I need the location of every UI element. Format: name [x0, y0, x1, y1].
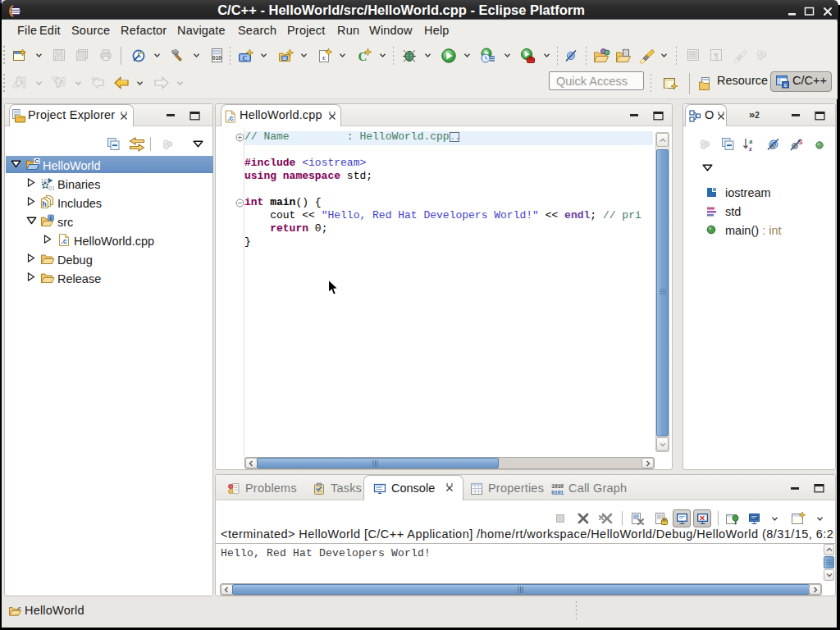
svg-text:.c: .c	[227, 114, 234, 122]
svg-text:c: c	[284, 55, 286, 61]
svg-text:010: 010	[212, 55, 221, 61]
svg-text:C: C	[243, 55, 248, 62]
svg-text:z: z	[749, 144, 752, 152]
svg-text:01: 01	[48, 185, 54, 191]
svg-text:c: c	[322, 53, 326, 62]
svg-text:c: c	[49, 215, 52, 221]
svg-text:¶: ¶	[714, 52, 718, 60]
svg-text:h: h	[43, 200, 47, 208]
svg-text:.c: .c	[61, 237, 67, 245]
svg-text:0101: 0101	[551, 490, 564, 496]
svg-text:c: c	[18, 605, 21, 610]
svg-text:C: C	[34, 158, 39, 165]
svg-text:c: c	[784, 82, 788, 88]
